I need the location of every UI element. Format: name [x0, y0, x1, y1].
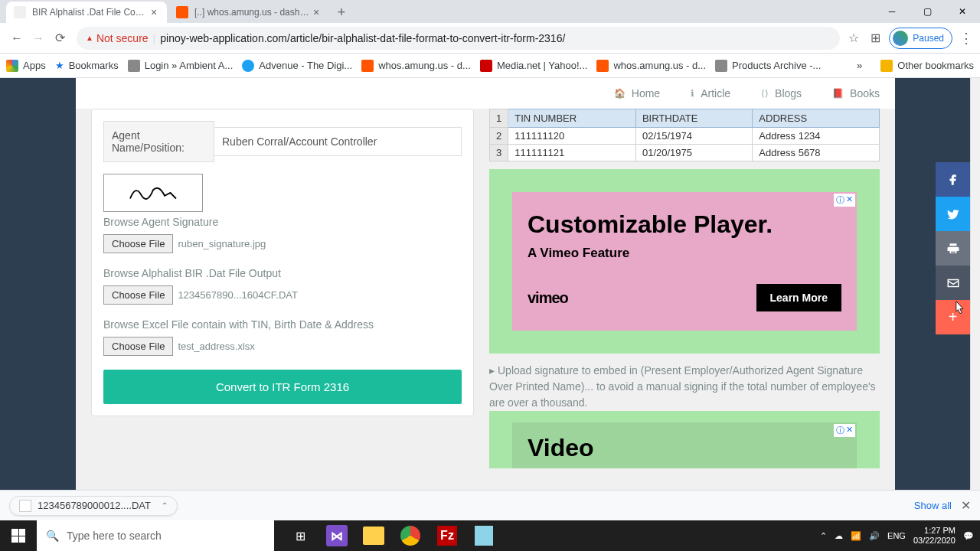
avatar [893, 31, 908, 46]
row-number: 1 [490, 109, 508, 128]
notifications-icon[interactable]: 💬 [963, 531, 974, 541]
ad-slot-1: ⓘ✕ Customizable Player. A Vimeo Feature … [489, 169, 880, 354]
bookmark-item[interactable]: whos.amung.us - d... [361, 60, 471, 72]
code-icon: ⟨⟩ [761, 88, 769, 99]
bookmark-item[interactable]: Products Archive -... [715, 60, 821, 72]
download-item[interactable]: 123456789000012....DAT ⌃ [9, 496, 178, 516]
task-view-button[interactable]: ⊞ [282, 520, 318, 551]
sidebar-left [0, 78, 76, 490]
upload-note: ▸Upload signature to embed in (Present E… [489, 363, 880, 411]
ad-close-icon[interactable]: ⓘ✕ [834, 424, 855, 437]
browser-toolbar: ← → ⟳ Not secure | pinoy-web-application… [0, 23, 980, 54]
bookmarks-folder[interactable]: ★ Bookmarks [55, 60, 119, 71]
col-header: ADDRESS [753, 109, 880, 128]
browser-tab-1[interactable]: BIR Alphalist .Dat File Conversion × [6, 2, 167, 23]
network-icon[interactable]: 📶 [851, 531, 861, 541]
signature-preview [103, 174, 203, 212]
agent-name-input[interactable] [214, 127, 462, 156]
share-facebook-button[interactable] [936, 162, 970, 197]
taskbar-search[interactable]: 🔍 Type here to search [37, 520, 274, 551]
windows-taskbar: 🔍 Type here to search ⊞ ⋈ Fz ⌃ ☁ 📶 🔊 ENG… [0, 520, 980, 551]
xls-filename: test_address.xlsx [178, 341, 254, 352]
share-email-button[interactable] [936, 266, 970, 300]
taskbar-app-notepad[interactable] [466, 520, 502, 551]
url-text: pinoy-web-application.com/article/bir-al… [160, 32, 565, 44]
browser-tab-2[interactable]: [..] whos.amung.us - dashboard × [168, 2, 329, 23]
bookmark-item[interactable]: Advenue - The Digi... [242, 60, 352, 72]
table-row: 3 111111121 01/20/1975 Address 5678 [490, 145, 880, 161]
extension-icon[interactable]: ⊞ [867, 31, 883, 46]
taskbar-app-vs[interactable]: ⋈ [318, 520, 355, 551]
chevron-up-icon[interactable]: ⌃ [162, 501, 168, 510]
nav-article[interactable]: ℹArticle [691, 87, 730, 99]
page-viewport: + 🏠Home ℹArticle ⟨⟩Blogs 📕Books Agent Na… [0, 78, 980, 490]
book-icon: 📕 [832, 88, 844, 99]
reload-button[interactable]: ⟳ [49, 28, 70, 49]
chevron-icon[interactable]: » [857, 60, 862, 71]
favicon-icon [715, 60, 727, 72]
file-icon [19, 500, 31, 512]
bookmark-item[interactable]: Media.net | Yahoo!... [480, 60, 588, 72]
forward-button[interactable]: → [28, 28, 49, 49]
bookmark-item[interactable]: whos.amung.us - d... [596, 60, 706, 72]
scrollbar[interactable] [970, 78, 980, 490]
ad-title: Customizable Player. [528, 211, 841, 238]
taskbar-app-chrome[interactable] [392, 520, 429, 551]
new-tab-button[interactable]: + [331, 2, 352, 23]
nav-blogs[interactable]: ⟨⟩Blogs [761, 87, 802, 99]
back-button[interactable]: ← [6, 28, 28, 49]
onedrive-icon[interactable]: ☁ [835, 531, 843, 541]
close-icon[interactable]: ✕ [961, 498, 971, 513]
close-window-button[interactable]: ✕ [945, 0, 980, 23]
nav-books[interactable]: 📕Books [832, 87, 880, 99]
dat-label: Browse Alphalist BIR .Dat File Output [103, 267, 462, 279]
favicon-icon [596, 60, 609, 72]
choose-signature-button[interactable]: Choose File [103, 234, 173, 253]
search-icon: 🔍 [46, 530, 59, 542]
taskbar-clock[interactable]: 1:27 PM 03/22/2020 [913, 526, 956, 546]
sidebar-right: + [895, 78, 970, 490]
address-bar[interactable]: Not secure | pinoy-web-application.com/a… [77, 27, 840, 50]
nav-home[interactable]: 🏠Home [614, 87, 660, 99]
profile-button[interactable]: Paused [889, 28, 952, 49]
language-indicator[interactable]: ENG [887, 531, 906, 540]
favicon-icon [242, 60, 254, 72]
share-print-button[interactable] [936, 231, 970, 266]
ad-title: Video [528, 434, 841, 462]
close-icon[interactable]: × [149, 7, 159, 18]
show-all-downloads[interactable]: Show all [914, 500, 952, 511]
share-twitter-button[interactable] [936, 197, 970, 231]
excel-preview-table: 1 TIN NUMBER BIRTHDATE ADDRESS 2 1111111… [489, 109, 880, 161]
ad-slot-2: ⓘ✕ Video [489, 411, 880, 468]
other-bookmarks[interactable]: Other bookmarks [880, 60, 974, 72]
taskbar-app-explorer[interactable] [355, 520, 392, 551]
maximize-button[interactable]: ▢ [910, 0, 945, 23]
apps-icon [6, 60, 18, 72]
table-row: 2 111111120 02/15/1974 Address 1234 [490, 128, 880, 145]
choose-xls-button[interactable]: Choose File [103, 337, 173, 356]
system-tray[interactable]: ⌃ ☁ 📶 🔊 ENG 1:27 PM 03/22/2020 💬 [820, 526, 980, 546]
favicon-icon [128, 60, 140, 72]
download-filename: 123456789000012....DAT [38, 500, 151, 511]
menu-icon[interactable]: ⋮ [959, 30, 974, 47]
minimize-button[interactable]: ─ [874, 0, 910, 23]
start-button[interactable] [0, 520, 37, 551]
taskbar-app-filezilla[interactable]: Fz [429, 520, 466, 551]
volume-icon[interactable]: 🔊 [869, 531, 880, 541]
close-icon[interactable]: × [311, 7, 322, 18]
convert-button[interactable]: Convert to ITR Form 2316 [103, 370, 462, 404]
tab-favicon [14, 6, 26, 18]
choose-dat-button[interactable]: Choose File [103, 285, 173, 305]
bookmarks-bar: Apps ★ Bookmarks Login » Ambient A... Ad… [0, 54, 980, 78]
profile-status: Paused [913, 33, 944, 44]
tray-chevron-icon[interactable]: ⌃ [820, 531, 827, 541]
signature-label: Browse Agent Signature [103, 216, 462, 228]
ad-cta-button[interactable]: Learn More [756, 284, 841, 311]
favicon-icon [361, 60, 374, 72]
conversion-form: Agent Name/Position: Browse Agent Signat… [91, 109, 474, 416]
ad-close-icon[interactable]: ⓘ✕ [834, 194, 855, 207]
bookmark-item[interactable]: Login » Ambient A... [128, 60, 234, 72]
apps-button[interactable]: Apps [6, 60, 46, 72]
browser-titlebar: BIR Alphalist .Dat File Conversion × [..… [0, 0, 980, 23]
bookmark-star-icon[interactable]: ☆ [846, 31, 861, 46]
